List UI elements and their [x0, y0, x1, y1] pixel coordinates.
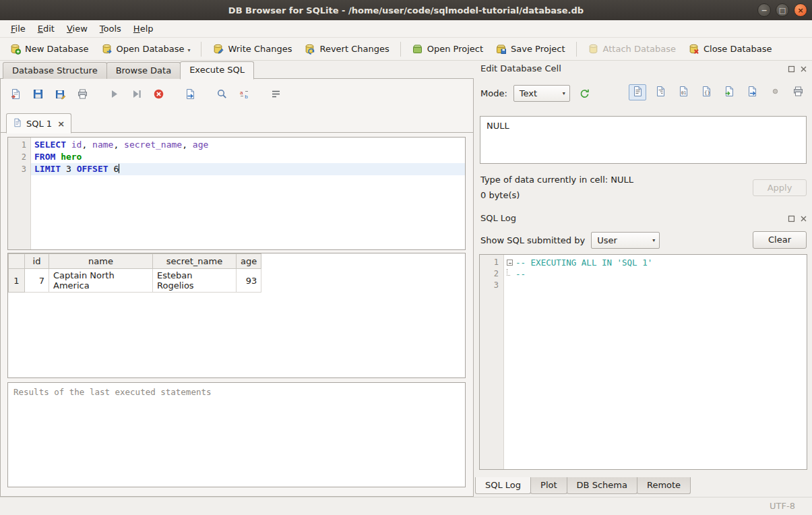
code-line[interactable]: LIMIT 3 OFFSET 6: [31, 163, 465, 175]
menu-edit[interactable]: Edit: [32, 22, 61, 36]
rtl-text-icon: [655, 86, 666, 99]
clear-button[interactable]: Clear: [753, 231, 807, 249]
sql-token: ,: [113, 140, 124, 150]
column-header-id[interactable]: id: [25, 254, 49, 269]
open-sql-button[interactable]: [7, 87, 24, 103]
print-button[interactable]: [789, 84, 807, 100]
bottom-tab-sql-log[interactable]: SQL Log: [475, 477, 531, 494]
close-tab-icon[interactable]: ×: [56, 119, 65, 129]
table-cell[interactable]: Esteban Rogelios: [153, 269, 237, 293]
sql-tab[interactable]: SQL 1 ×: [6, 113, 71, 133]
bottom-tab-remote[interactable]: Remote: [637, 477, 691, 494]
auto-mode-button[interactable]: [576, 85, 594, 101]
code-line[interactable]: SELECT id, name, secret_name, age: [31, 139, 465, 151]
cell-value: NULL: [487, 121, 509, 131]
execute-all-button[interactable]: [106, 87, 122, 103]
open-database-button[interactable]: Open Database▾: [96, 40, 196, 57]
save-project-button[interactable]: Save Project: [490, 40, 571, 57]
sql-tab-label: SQL 1: [26, 119, 52, 129]
table-cell[interactable]: Captain North America: [49, 269, 153, 293]
tab-execute-sql[interactable]: Execute SQL: [180, 61, 254, 80]
code-line[interactable]: FROM hero: [31, 151, 465, 163]
find-button[interactable]: [214, 87, 230, 103]
print-button[interactable]: [74, 87, 90, 103]
bottom-tab-plot[interactable]: Plot: [530, 477, 567, 494]
revert-changes-button[interactable]: Revert Changes: [299, 40, 394, 57]
table-cell[interactable]: 93: [237, 269, 261, 293]
fold-marker-icon[interactable]: [507, 260, 513, 266]
toolbar-separator: [576, 42, 577, 57]
menu-file[interactable]: File: [5, 22, 32, 36]
attach-database-button[interactable]: Attach Database: [582, 40, 681, 57]
binary-view-icon: 01: [678, 86, 689, 99]
float-icon[interactable]: [787, 65, 795, 73]
table-cell[interactable]: 7: [25, 269, 49, 293]
line-number: 1: [8, 139, 26, 151]
json-view-icon: {}: [701, 86, 712, 99]
new-database-button[interactable]: New Database: [4, 40, 94, 57]
menu-view[interactable]: View: [61, 22, 94, 36]
set-null-button[interactable]: [766, 84, 784, 100]
cell-editor-toolbar: 01{}: [629, 84, 807, 100]
open-project-button[interactable]: Open Project: [406, 40, 489, 57]
svg-text:01: 01: [681, 90, 686, 96]
apply-button[interactable]: Apply: [753, 179, 807, 196]
results-table[interactable]: idnamesecret_nameage 17Captain North Ame…: [7, 253, 466, 378]
close-icon[interactable]: [799, 65, 807, 73]
text-view-button[interactable]: [629, 84, 646, 100]
import-data-button[interactable]: [720, 84, 738, 100]
results-message-pane[interactable]: Results of the last executed statements: [7, 382, 466, 487]
menu-tools[interactable]: Tools: [94, 22, 127, 36]
export-results-button[interactable]: [182, 87, 198, 103]
line-number: 3: [8, 163, 26, 175]
bottom-tab-db-schema[interactable]: DB Schema: [567, 477, 637, 494]
cell-editor[interactable]: NULL: [480, 116, 807, 164]
sql-log-view[interactable]: 123 -- EXECUTING ALL IN 'SQL 1'--: [479, 254, 807, 470]
editor-code[interactable]: SELECT id, name, secret_name, ageFROM he…: [31, 138, 465, 249]
sql-token: [71, 164, 77, 174]
menu-help[interactable]: Help: [127, 22, 160, 36]
binary-view-button[interactable]: 01: [675, 84, 692, 100]
log-text: -- EXECUTING ALL IN 'SQL 1': [516, 257, 652, 268]
mode-select[interactable]: Text ▾: [513, 85, 570, 102]
left-pane: Database StructureBrowse DataExecute SQL…: [0, 61, 474, 497]
replace-button[interactable]: ab: [236, 87, 252, 103]
sql-editor[interactable]: 123 SELECT id, name, secret_name, ageFRO…: [7, 137, 466, 250]
tab-browse-data[interactable]: Browse Data: [106, 62, 181, 79]
revert-changes-icon: [304, 43, 315, 55]
maximize-button[interactable]: □: [776, 3, 789, 17]
rtl-text-button[interactable]: [652, 84, 669, 100]
export-data-button[interactable]: [743, 84, 761, 100]
chevron-down-icon[interactable]: ▾: [187, 47, 190, 55]
write-changes-button[interactable]: Write Changes: [207, 40, 297, 57]
minimize-button[interactable]: −: [757, 3, 771, 17]
column-header-name[interactable]: name: [49, 254, 153, 269]
word-wrap-button[interactable]: [268, 87, 284, 103]
svg-text:b: b: [245, 94, 248, 100]
row-number: 1: [9, 269, 25, 293]
column-header-age[interactable]: age: [237, 254, 261, 269]
log-filter-label: Show SQL submitted by: [480, 235, 585, 245]
toolbar-button-label: Attach Database: [603, 44, 676, 54]
find-icon: [216, 88, 228, 102]
row-number-header: [9, 254, 25, 269]
sql-token: [66, 140, 71, 150]
close-button[interactable]: ×: [794, 3, 807, 17]
sql-token: 3: [66, 164, 71, 174]
sql-token: id: [71, 140, 82, 150]
tab-database-structure[interactable]: Database Structure: [3, 62, 107, 79]
execute-line-button[interactable]: [128, 87, 144, 103]
float-icon[interactable]: [787, 214, 795, 222]
sql-token: [55, 152, 61, 162]
log-code: -- EXECUTING ALL IN 'SQL 1'--: [504, 255, 807, 469]
log-line: --: [507, 268, 807, 280]
column-header-secret_name[interactable]: secret_name: [153, 254, 237, 269]
json-view-button[interactable]: {}: [697, 84, 715, 100]
close-database-button[interactable]: Close Database: [683, 40, 778, 57]
line-number: 2: [480, 268, 499, 280]
close-icon[interactable]: [799, 214, 807, 222]
save-sql-button[interactable]: [30, 87, 46, 103]
log-filter-select[interactable]: User ▾: [591, 232, 660, 249]
stop-button[interactable]: [150, 87, 166, 103]
save-as-button[interactable]: [52, 87, 68, 103]
